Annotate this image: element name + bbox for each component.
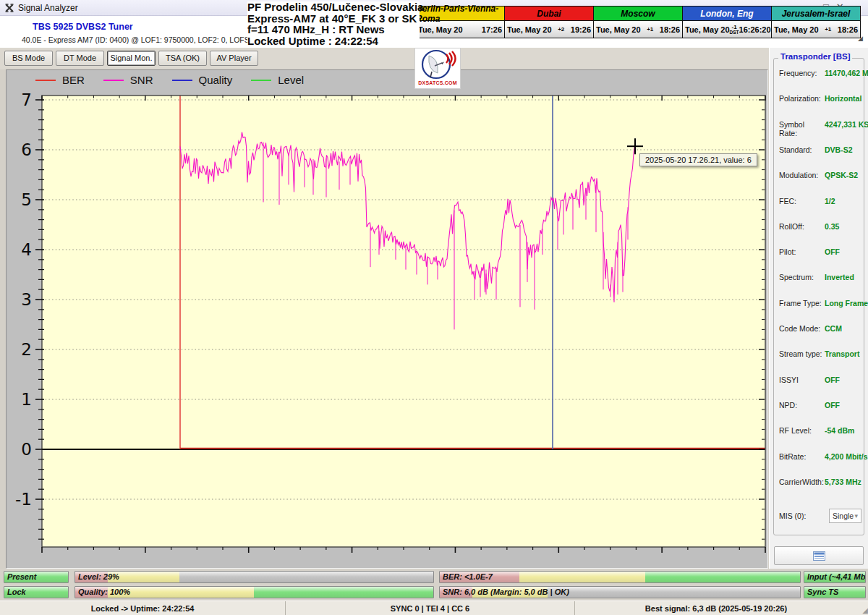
transponder-label: Modulation: — [779, 171, 825, 179]
transponder-row: ISSYIOFF — [779, 376, 860, 384]
transponder-value: 4247,331 KS/s — [825, 120, 868, 137]
transponder-value: 1/2 — [825, 197, 835, 205]
transponder-title: Transponder [BS] — [778, 52, 852, 61]
transponder-value: CCM — [825, 324, 842, 333]
signal-chart[interactable]: 76543210-1 — [7, 70, 767, 568]
legend-label: SNR — [130, 74, 153, 86]
tab-dt-mode[interactable]: DT Mode — [56, 51, 104, 66]
transponder-value: 4,200 Mbit/s — [825, 452, 868, 461]
transponder-row: Code Mode:CCM — [779, 324, 860, 333]
transponder-label: Frame Type: — [779, 299, 825, 308]
clock-date: Tue, May 20 — [507, 25, 552, 34]
svg-text:3: 3 — [21, 290, 32, 309]
clock-utc-offset: +1 — [641, 27, 660, 32]
transponder-value: QPSK-S2 — [825, 171, 858, 179]
clock-city: Berlin-Paris-Vienna-Roma — [416, 7, 504, 21]
gauge-label: SNR: 6,0 dB (Margin: 5,0 dB | OK) — [443, 588, 569, 596]
mis-label: MIS (0): — [779, 512, 825, 520]
tab-signal-mon-[interactable]: Signal Mon. — [107, 51, 156, 66]
clock-body: Tue, May 20+118:26 — [594, 21, 682, 38]
transponder-label: Frequency: — [779, 69, 825, 77]
transponder-value: Transport — [825, 349, 859, 358]
legend-item: BER — [35, 74, 85, 86]
clock-utc-offset: +2 — [552, 27, 571, 32]
gauge-label: Input (~4,41 Mbps) — [807, 572, 866, 581]
transponder-row: Frequency:11470,462 MHz — [779, 69, 860, 77]
transponder-row: FEC:1/2 — [779, 197, 860, 205]
gauge-ber: BER: <1.0E-7 — [439, 571, 801, 583]
tab-bs-mode[interactable]: BS Mode — [4, 51, 53, 66]
chart-legend: BERSNRQualityLevel — [35, 74, 323, 86]
clock-city: London, Eng — [683, 7, 771, 21]
transponder-label: Stream type: — [779, 349, 825, 358]
transponder-label: CarrierWidth: — [779, 478, 825, 486]
transponder-label: NPD: — [779, 401, 825, 410]
window-resize-grip[interactable]: ◢ — [862, 606, 867, 614]
clock-city: Jerusalem-Israel — [772, 7, 860, 21]
transponder-value: Long Frame — [825, 299, 868, 308]
gauge-label: Lock — [7, 588, 26, 596]
clock-widget: Berlin-Paris-Vienna-RomaTue, May 2017:26 — [415, 6, 505, 38]
clock-date: Tue, May 20 — [774, 25, 819, 34]
svg-text:7: 7 — [21, 90, 32, 109]
transponder-value: 11470,462 MHz — [825, 69, 868, 77]
transponder-panel: Transponder [BS] Frequency:11470,462 MHz… — [769, 48, 868, 569]
clock-date: Tue, May 20 — [596, 25, 641, 34]
transponder-row: RollOff:0.35 — [779, 222, 860, 231]
transponder-label: Code Mode: — [779, 324, 825, 333]
gauge-level: Level: 29% — [75, 571, 434, 583]
snapshot-button[interactable] — [774, 546, 864, 565]
transponder-row: BitRate:4,200 Mbit/s — [779, 452, 860, 461]
gauge-snr: SNR: 6,0 dB (Margin: 5,0 dB | OK) — [439, 586, 801, 598]
transponder-label: Polarization: — [779, 94, 825, 103]
clock-city: Moscow — [594, 7, 682, 21]
clock-city: Dubai — [505, 7, 593, 21]
transponder-row: CarrierWidth:5,733 MHz — [779, 478, 860, 486]
svg-text:5: 5 — [21, 190, 32, 209]
legend-label: Level — [278, 74, 304, 86]
transponder-row: NPD:OFF — [779, 401, 860, 410]
clock-time: 17:26 — [482, 25, 502, 34]
legend-swatch — [251, 80, 271, 81]
transponder-label: RollOff: — [779, 222, 825, 231]
gauge-area: PresentLevel: 29%BER: <1.0E-7Input (~4,4… — [0, 569, 868, 601]
tuner-name: TBS 5925 DVBS2 Tuner — [33, 22, 133, 32]
status-best-signal: Best signal: 6,3 dB (2025-05-19 20:26) — [575, 601, 857, 615]
gauge-label: Level: 29% — [78, 572, 119, 581]
header-line: Express-AM7 at 40°E_FK 3 or SK — [247, 13, 420, 25]
gauge-label: Quality: 100% — [78, 588, 130, 596]
window-title: Signal Analyzer — [18, 3, 78, 13]
legend-swatch — [103, 80, 124, 81]
clock-body: Tue, May 20-1DST16:26:20 — [683, 21, 771, 38]
mis-row: MIS (0): Single ▾ — [779, 509, 861, 523]
tab-av-player[interactable]: AV Player — [210, 51, 258, 66]
app-dish-icon — [4, 3, 14, 13]
clock-time: 19:26 — [571, 25, 591, 34]
gauge-label: Present — [7, 572, 36, 581]
clock-resize-grip[interactable]: ◢ — [858, 35, 863, 42]
transponder-label: Pilot: — [779, 247, 825, 256]
tabs: BS ModeDT ModeSignal Mon.TSA (OK)AV Play… — [4, 51, 258, 66]
transponder-value: -54 dBm — [825, 426, 854, 435]
tab-tsa-ok-[interactable]: TSA (OK) — [158, 51, 207, 66]
svg-text:4: 4 — [21, 240, 32, 259]
status-sync: SYNC 0 | TEI 4 | CC 6 — [286, 601, 575, 615]
transponder-row: Pilot:OFF — [779, 247, 860, 256]
satellite-dish-icon — [417, 48, 458, 80]
mis-selected-value: Single — [833, 512, 854, 520]
chart-panel: 76543210-1 BERSNRQualityLevel — [6, 69, 768, 569]
list-icon — [813, 551, 825, 561]
transponder-value: 5,733 MHz — [825, 478, 861, 486]
chart-tooltip: 2025-05-20 17.26.21, value: 6 — [639, 153, 757, 166]
transponder-value: OFF — [825, 401, 840, 410]
legend-item: Level — [251, 74, 304, 86]
clock-utc-offset: +1 — [819, 27, 838, 32]
transponder-label: ISSYI — [779, 376, 825, 384]
clock-time: 18:26 — [660, 25, 680, 34]
gauge-label: Sync TS — [807, 588, 838, 596]
transponder-value: Inverted — [825, 273, 854, 281]
clock-widget: Jerusalem-IsraelTue, May 20+118:26 — [771, 6, 861, 38]
mis-dropdown[interactable]: Single ▾ — [829, 509, 861, 523]
gauge-lock: Lock — [4, 586, 69, 598]
logo-text: DXSATCS.COM — [418, 80, 456, 85]
